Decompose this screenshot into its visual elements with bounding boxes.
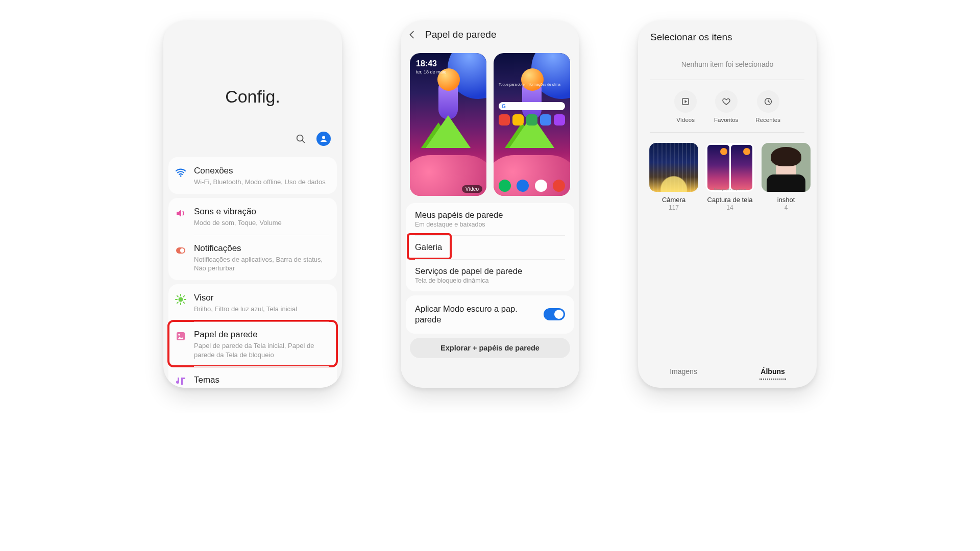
svg-line-14 xyxy=(183,296,184,297)
album-label: Captura de tela xyxy=(707,196,753,204)
album[interactable]: Meus papéis de paredeCaptura de tela14 xyxy=(705,143,754,211)
wallpaper-item[interactable]: Meus papéis de paredeEm destaque e baixa… xyxy=(406,203,574,235)
svg-line-11 xyxy=(177,296,178,297)
tab-albums[interactable]: Álbuns xyxy=(760,364,786,380)
album-thumbnail: Meus papéis de parede xyxy=(705,143,754,192)
wallpaper-item[interactable]: Galeria xyxy=(406,235,574,259)
svg-point-16 xyxy=(178,334,180,336)
clock-icon xyxy=(757,90,779,113)
settings-row-sun[interactable]: VisorBrilho, Filtro de luz azul, Tela in… xyxy=(168,284,337,321)
row-label: Notificações xyxy=(194,243,329,254)
preview-clock: 18:43 xyxy=(416,59,437,68)
notif-icon xyxy=(175,244,187,256)
albums-grid: Câmera117Meus papéis de paredeCaptura de… xyxy=(638,133,817,221)
volume-icon xyxy=(175,207,187,219)
wallpaper-list: Meus papéis de paredeEm destaque e baixa… xyxy=(406,203,574,291)
tab-images[interactable]: Imagens xyxy=(669,364,698,380)
album-thumbnail xyxy=(649,143,698,192)
brush-icon xyxy=(175,375,187,388)
svg-point-2 xyxy=(322,136,325,139)
filter-chip-clock[interactable]: Recentes xyxy=(755,90,780,123)
video-badge: Vídeo xyxy=(462,185,482,193)
svg-point-3 xyxy=(180,175,181,177)
row-subtitle: Wi-Fi, Bluetooth, Modo offline, Uso de d… xyxy=(194,178,329,187)
search-icon[interactable] xyxy=(295,133,306,144)
settings-row-volume[interactable]: Sons e vibraçãoModo de som, Toque, Volum… xyxy=(168,198,337,235)
album[interactable]: inshot4 xyxy=(762,143,811,211)
row-label: Temas xyxy=(194,374,329,385)
svg-line-1 xyxy=(302,140,304,142)
wallpaper-header: Papel de parede xyxy=(401,20,579,49)
lockscreen-preview[interactable]: 18:43 ter, 18 de maio Vídeo xyxy=(410,53,486,196)
chip-label: Recentes xyxy=(755,117,780,123)
row-label: Sons e vibração xyxy=(194,206,329,217)
item-label: Serviços de papel de parede xyxy=(415,266,565,276)
wallpaper-previews: 18:43 ter, 18 de maio Vídeo Toque para o… xyxy=(401,49,579,203)
album-label: inshot xyxy=(777,196,795,204)
settings-row-notif[interactable]: NotificaçõesNotificações de aplicativos,… xyxy=(168,235,337,280)
dark-mode-toggle-row[interactable]: Aplicar Modo escuro a pap. parede xyxy=(406,295,574,334)
preview-weather: Toque para obter informações de clima xyxy=(499,83,560,87)
wallpaper-item[interactable]: Serviços de papel de paredeTela de bloqu… xyxy=(406,259,574,291)
wifi-icon xyxy=(175,166,187,179)
phone-gallery-picker: Selecionar os itens Nenhum item foi sele… xyxy=(638,20,817,388)
album-label: Câmera xyxy=(662,196,685,204)
item-label: Galeria xyxy=(415,242,565,252)
back-icon[interactable] xyxy=(407,29,418,40)
filter-chip-heart[interactable]: Favoritos xyxy=(714,90,738,123)
page-title: Papel de parede xyxy=(425,29,496,40)
explore-button[interactable]: Explorar + papéis de parede xyxy=(410,338,570,358)
chip-label: Favoritos xyxy=(714,117,738,123)
row-subtitle: Brilho, Filtro de luz azul, Tela inicial xyxy=(194,305,329,314)
wallpaper-icon xyxy=(175,330,187,342)
sun-icon xyxy=(175,293,187,306)
svg-marker-18 xyxy=(685,100,688,103)
phone-wallpaper: Papel de parede 18:43 ter, 18 de maio Ví… xyxy=(401,20,579,388)
svg-line-12 xyxy=(183,302,184,303)
svg-line-13 xyxy=(177,302,178,303)
row-label: Papel de parede xyxy=(194,329,329,340)
account-avatar-icon[interactable] xyxy=(316,132,331,146)
heart-icon xyxy=(715,90,738,113)
settings-row-brush[interactable]: TemasTemas, papéis de parede e ícones pa… xyxy=(168,366,337,388)
row-subtitle: Temas, papéis de parede e ícones para ba… xyxy=(194,387,329,388)
settings-row-wallpaper[interactable]: Papel de paredePapel de parede da Tela i… xyxy=(168,321,337,366)
album-count: 14 xyxy=(726,204,733,211)
preview-searchbar-icon xyxy=(499,102,565,110)
row-subtitle: Papel de parede da Tela inicial, Papel d… xyxy=(194,341,329,359)
row-label: Visor xyxy=(194,292,329,303)
row-label: Conexões xyxy=(194,165,329,176)
album-count: 117 xyxy=(669,204,679,211)
album-count: 4 xyxy=(785,204,788,211)
album[interactable]: Câmera117 xyxy=(649,143,698,211)
row-subtitle: Modo de som, Toque, Volume xyxy=(194,218,329,228)
quick-filter-row: VídeosFavoritosRecentes xyxy=(638,80,817,125)
play-icon xyxy=(674,90,697,113)
homescreen-preview[interactable]: Toque para obter informações de clima xyxy=(494,53,570,196)
toggle-label: Aplicar Modo escuro a pap. parede xyxy=(415,304,537,325)
album-thumbnail xyxy=(762,143,811,192)
filter-chip-play[interactable]: Vídeos xyxy=(674,90,697,123)
bottom-tabs: Imagens Álbuns xyxy=(638,364,817,380)
settings-header: Config. xyxy=(163,20,342,153)
selection-status: Nenhum item foi selecionado xyxy=(638,46,817,80)
svg-point-5 xyxy=(180,248,184,252)
phone-settings: Config. ConexõesWi-Fi, Bluetooth, Modo o… xyxy=(163,20,342,388)
item-subtitle: Em destaque e baixados xyxy=(415,221,565,228)
page-title: Config. xyxy=(163,87,342,107)
page-title: Selecionar os itens xyxy=(638,20,817,46)
row-subtitle: Notificações de aplicativos, Barra de st… xyxy=(194,255,329,273)
svg-point-6 xyxy=(179,297,183,302)
preview-date: ter, 18 de maio xyxy=(416,69,447,74)
chip-label: Vídeos xyxy=(676,117,695,123)
settings-row-wifi[interactable]: ConexõesWi-Fi, Bluetooth, Modo offline, … xyxy=(168,157,337,194)
toggle-switch[interactable] xyxy=(544,308,565,320)
item-label: Meus papéis de parede xyxy=(415,210,565,220)
item-subtitle: Tela de bloqueio dinâmica xyxy=(415,277,565,284)
